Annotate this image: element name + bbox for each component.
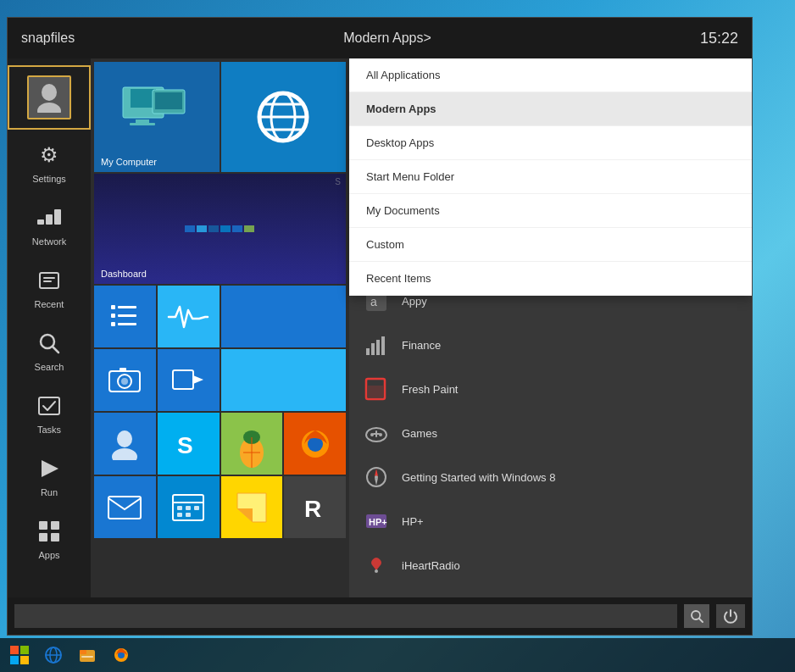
svg-rect-32 bbox=[118, 323, 136, 325]
svg-rect-15 bbox=[51, 533, 59, 541]
sidebar: ⚙ Settings Network bbox=[8, 58, 91, 597]
svg-point-35 bbox=[121, 378, 128, 385]
dropdown-desktop-apps[interactable]: Desktop Apps bbox=[349, 126, 752, 160]
tile-pulse[interactable] bbox=[158, 286, 220, 347]
modern-apps-title: Modern Apps> bbox=[343, 31, 431, 46]
svg-rect-2 bbox=[37, 219, 44, 225]
bottom-bar bbox=[8, 597, 752, 635]
app-item-hp[interactable]: HP+ HP+ bbox=[349, 499, 752, 543]
svg-rect-64 bbox=[381, 336, 385, 355]
dropdown-my-documents[interactable]: My Documents bbox=[349, 194, 752, 228]
svg-rect-19 bbox=[130, 123, 155, 125]
svg-rect-29 bbox=[111, 314, 115, 318]
app-label-finance: Finance bbox=[402, 339, 441, 352]
tile-pineapple[interactable] bbox=[221, 413, 283, 475]
sidebar-search-label: Search bbox=[35, 362, 64, 372]
app-item-kindle[interactable]: k Kindle bbox=[349, 587, 752, 597]
svg-rect-61 bbox=[366, 348, 370, 355]
sidebar-run-label: Run bbox=[41, 487, 58, 497]
tile-video[interactable] bbox=[158, 349, 220, 411]
app-item-getting-started[interactable]: Getting Started with Windows 8 bbox=[349, 455, 752, 499]
iheartradio-icon bbox=[363, 552, 390, 579]
tile-placeholder[interactable] bbox=[221, 286, 347, 347]
tile-my-computer[interactable]: My Computer bbox=[94, 62, 220, 172]
app-label-appy: Appy bbox=[402, 295, 427, 308]
dropdown-modern-apps[interactable]: Modern Apps bbox=[349, 92, 752, 126]
tile-skype[interactable]: S bbox=[158, 413, 220, 475]
dropdown-recent-items[interactable]: Recent Items bbox=[349, 262, 752, 296]
svg-point-78 bbox=[375, 569, 378, 573]
svg-rect-53 bbox=[194, 506, 199, 510]
fresh-paint-icon bbox=[363, 375, 390, 403]
tile-row-5: S bbox=[94, 413, 346, 475]
tile-r[interactable]: R bbox=[284, 476, 346, 538]
firefox-taskbar-icon bbox=[112, 646, 131, 664]
svg-rect-51 bbox=[177, 506, 182, 510]
sidebar-item-apps[interactable]: Apps bbox=[8, 506, 91, 569]
search-input[interactable] bbox=[14, 604, 677, 628]
tile-mail[interactable] bbox=[94, 476, 156, 538]
app-label-fresh-paint: Fresh Paint bbox=[402, 383, 458, 396]
header-title: snapfiles bbox=[21, 31, 75, 46]
search-button[interactable] bbox=[684, 604, 709, 628]
svg-line-9 bbox=[53, 347, 58, 353]
tile-dashboard[interactable]: Dashboard S bbox=[94, 174, 346, 284]
sidebar-item-tasks[interactable]: Tasks bbox=[8, 380, 91, 443]
svg-rect-13 bbox=[51, 521, 59, 530]
app-item-fresh-paint[interactable]: Fresh Paint bbox=[349, 367, 752, 411]
dropdown-all-applications[interactable]: All Applications bbox=[349, 58, 752, 92]
avatar bbox=[27, 75, 71, 119]
svg-point-0 bbox=[42, 84, 57, 101]
svg-rect-12 bbox=[39, 521, 47, 530]
power-icon bbox=[723, 608, 738, 624]
app-item-finance[interactable]: Finance bbox=[349, 323, 752, 367]
taskbar-explorer-btn[interactable] bbox=[71, 641, 103, 669]
taskbar-windows-btn[interactable] bbox=[3, 641, 36, 669]
app-label-games: Games bbox=[402, 427, 437, 440]
svg-rect-14 bbox=[39, 533, 47, 541]
tile-sticky[interactable] bbox=[221, 476, 283, 538]
sidebar-item-network[interactable]: Network bbox=[8, 192, 91, 255]
sidebar-item-run[interactable]: Run bbox=[8, 443, 91, 506]
tile-firefox[interactable] bbox=[284, 413, 346, 475]
tile-camera[interactable] bbox=[94, 349, 156, 411]
svg-rect-62 bbox=[371, 343, 375, 355]
tiles-area: My Computer bbox=[91, 58, 349, 597]
taskbar-ie-btn[interactable] bbox=[37, 641, 69, 669]
svg-rect-66 bbox=[368, 386, 383, 397]
svg-rect-31 bbox=[111, 322, 115, 326]
sidebar-item-settings[interactable]: ⚙ Settings bbox=[8, 130, 91, 192]
svg-rect-21 bbox=[155, 92, 182, 109]
svg-rect-55 bbox=[186, 513, 191, 517]
svg-rect-37 bbox=[173, 370, 193, 389]
tile-list[interactable] bbox=[94, 286, 156, 347]
user-icon bbox=[36, 82, 63, 113]
sidebar-settings-label: Settings bbox=[32, 174, 66, 184]
header-time: 15:22 bbox=[700, 30, 738, 47]
sidebar-item-search[interactable]: Search bbox=[8, 318, 91, 380]
power-button[interactable] bbox=[716, 604, 745, 628]
explorer-taskbar-icon bbox=[78, 646, 97, 664]
svg-line-82 bbox=[699, 619, 703, 622]
tile-contact[interactable] bbox=[94, 413, 156, 475]
svg-point-40 bbox=[112, 448, 137, 460]
taskbar bbox=[0, 638, 795, 672]
tile-calendar[interactable] bbox=[158, 476, 220, 538]
svg-rect-28 bbox=[118, 306, 136, 308]
sidebar-recent-label: Recent bbox=[35, 299, 64, 309]
app-item-games[interactable]: Games bbox=[349, 411, 752, 455]
dropdown-start-menu-folder[interactable]: Start Menu Folder bbox=[349, 160, 752, 194]
gear-icon: ⚙ bbox=[34, 140, 64, 170]
tile-ie[interactable] bbox=[221, 62, 347, 172]
taskbar-firefox-btn[interactable] bbox=[105, 641, 137, 669]
tile-grid: My Computer bbox=[94, 62, 346, 538]
sidebar-item-recent[interactable]: Recent bbox=[8, 255, 91, 318]
dropdown-custom[interactable]: Custom bbox=[349, 228, 752, 262]
sidebar-item-user[interactable] bbox=[8, 65, 91, 130]
tile-wide-placeholder[interactable] bbox=[221, 349, 347, 411]
tile-row-2: Dashboard S bbox=[94, 174, 346, 284]
app-label-iheartradio: iHeartRadio bbox=[402, 559, 460, 572]
app-list: a Appy bbox=[349, 272, 752, 597]
svg-rect-27 bbox=[111, 305, 115, 309]
app-item-iheartradio[interactable]: iHeartRadio bbox=[349, 543, 752, 587]
